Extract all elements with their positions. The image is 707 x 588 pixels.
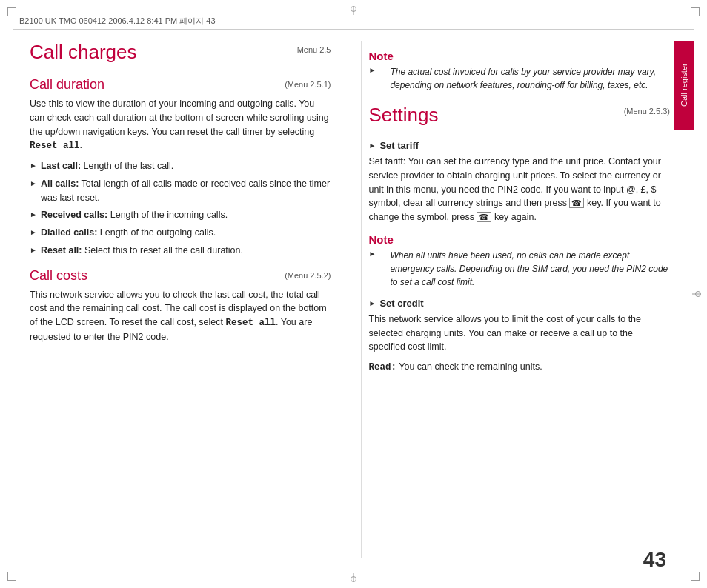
bullet-dialled-calls: ► Dialled calls: Length of the outgoing … xyxy=(30,226,331,240)
bullet-reset-all: ► Reset all: Select this to reset all th… xyxy=(30,244,331,258)
bullet-arrow-icon: ► xyxy=(30,227,37,238)
left-column: Menu 2.5 Call charges (Menu 2.5.1) Call … xyxy=(30,41,339,558)
page-number: 43 xyxy=(643,548,666,572)
note1-block: Note ► The actual cost invoiced for call… xyxy=(369,50,671,92)
bullet-dialled-calls-text: Dialled calls: Length of the outgoing ca… xyxy=(41,226,331,240)
note1-bullet: ► The actual cost invoiced for calls by … xyxy=(369,65,671,92)
corner-bl xyxy=(7,572,16,581)
read-text: You can check the remaining units. xyxy=(399,361,542,372)
note2-bullet: ► When all units have been used, no call… xyxy=(369,249,671,289)
right-circle xyxy=(695,291,701,297)
bullet-reset-all-text: Reset all: Select this to reset all the … xyxy=(41,244,331,258)
right-column: Note ► The actual cost invoiced for call… xyxy=(361,41,671,558)
call-charges-title: Call charges xyxy=(30,41,331,64)
center-circle-bottom xyxy=(351,576,356,582)
bullet-received-calls: ► Received calls: Length of the incoming… xyxy=(30,208,331,222)
call-charges-menu-ref: Menu 2.5 xyxy=(297,45,331,54)
set-credit-title-row: ► Set credit xyxy=(369,298,671,309)
set-credit-title: Set credit xyxy=(379,298,423,309)
bullet-arrow-icon: ► xyxy=(30,178,37,189)
note1-text: The actual cost invoiced for calls by yo… xyxy=(379,65,670,92)
read-label: Read: xyxy=(369,362,397,372)
bullet-arrow-icon: ► xyxy=(369,299,376,307)
bullet-arrow-icon: ► xyxy=(369,250,376,258)
bullet-last-call: ► Last call: Length of the last call. xyxy=(30,159,331,173)
note2-block: Note ► When all units have been used, no… xyxy=(369,233,671,289)
settings-menu-ref: (Menu 2.5.3) xyxy=(624,107,670,116)
call-duration-body: Use this to view the duration of your in… xyxy=(30,97,331,153)
content-area: Menu 2.5 Call charges (Menu 2.5.1) Call … xyxy=(30,41,670,558)
settings-header: (Menu 2.5.3) Settings xyxy=(369,104,671,131)
set-tariff-title-row: ► Set tariff xyxy=(369,140,671,151)
call-costs-header: (Menu 2.5.2) Call costs xyxy=(30,268,331,288)
call-costs-body: This network service allows you to check… xyxy=(30,288,331,344)
call-duration-menu-ref: (Menu 2.5.1) xyxy=(285,80,331,89)
bullet-arrow-icon: ► xyxy=(369,66,376,74)
corner-br xyxy=(691,572,700,581)
center-circle-top xyxy=(351,6,356,12)
bullet-arrow-icon: ► xyxy=(369,141,376,150)
call-charges-header: Menu 2.5 Call charges xyxy=(30,41,331,67)
set-credit-body: This network service allows you to limit… xyxy=(369,313,671,354)
note2-text: When all units have been used, no calls … xyxy=(379,249,670,289)
sidebar-label: Call register xyxy=(680,64,688,107)
bullet-last-call-text: Last call: Length of the last call. xyxy=(41,159,331,173)
bullet-arrow-icon: ► xyxy=(30,209,37,220)
call-duration-header: (Menu 2.5.1) Call duration xyxy=(30,77,331,97)
note2-title: Note xyxy=(369,233,671,246)
bullet-received-calls-text: Received calls: Length of the incoming c… xyxy=(41,208,331,222)
bullet-arrow-icon: ► xyxy=(30,244,37,255)
header-bar: B2100 UK TMO 060412 2006.4.12 8:41 PM 페이… xyxy=(13,13,694,30)
bullet-all-calls: ► All calls: Total length of all calls m… xyxy=(30,177,331,205)
page-divider-line xyxy=(648,547,674,547)
bullet-arrow-icon: ► xyxy=(30,160,37,171)
set-credit-read: Read: You can check the remaining units. xyxy=(369,360,671,375)
set-tariff-body: Set tariff: You can set the currency typ… xyxy=(369,155,671,224)
note1-title: Note xyxy=(369,50,671,62)
call-costs-menu-ref: (Menu 2.5.2) xyxy=(285,271,331,280)
bullet-all-calls-text: All calls: Total length of all calls mad… xyxy=(41,177,331,205)
header-text: B2100 UK TMO 060412 2006.4.12 8:41 PM 페이… xyxy=(19,16,216,27)
set-tariff-title: Set tariff xyxy=(379,140,419,151)
sidebar-tab: Call register xyxy=(674,41,694,130)
